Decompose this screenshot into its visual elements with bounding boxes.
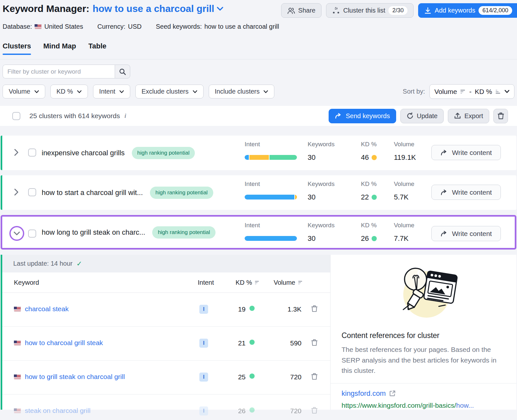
update-button[interactable]: Update: [400, 109, 444, 123]
send-arrow-icon: [440, 189, 448, 196]
filter-kd-dropdown[interactable]: KD %: [50, 85, 88, 98]
collapse-chevron-down-icon[interactable]: [9, 226, 24, 241]
filter-search-input[interactable]: [3, 65, 115, 78]
keywords-label: Keywords: [308, 180, 334, 188]
send-keywords-button[interactable]: Send keywords: [329, 109, 396, 123]
delete-list-button[interactable]: [493, 109, 508, 123]
us-flag-icon: [14, 374, 21, 379]
tab-table[interactable]: Table: [88, 42, 106, 55]
cluster-row-how-long-to-grill-steak-selected: how long to grill steak on charc... high…: [1, 215, 516, 250]
keyword-limit-badge: 614/2,000: [479, 6, 512, 15]
cluster-this-list-button[interactable]: Cluster this list 2/30: [326, 3, 414, 18]
filter-exclude-clusters-dropdown[interactable]: Exclude clusters: [135, 85, 204, 98]
kd-value: 26: [220, 407, 246, 415]
reference-domain-link[interactable]: kingsford.com: [342, 389, 507, 398]
reference-url[interactable]: https://www.kingsford.com/grill-basics/h…: [342, 402, 507, 409]
trash-icon: [311, 372, 318, 381]
seed-keywords-label: Seed keywords:: [156, 23, 202, 30]
search-icon: [119, 68, 126, 75]
cluster-checkbox[interactable]: [28, 188, 36, 196]
intent-column: Intent: [245, 180, 297, 200]
keyword-link[interactable]: steak on charcoal grill: [14, 407, 90, 415]
keyword-row: how to charcoal grill steak I 21 590: [2, 327, 330, 361]
currency-value: USD: [128, 23, 142, 30]
expanded-cluster-panel: Last update: 14 hour ✓ Keyword Intent KD…: [1, 255, 516, 410]
info-icon[interactable]: i: [124, 112, 126, 119]
write-content-button[interactable]: Write content: [431, 145, 501, 160]
cluster-checkbox[interactable]: [28, 230, 36, 238]
filter-include-clusters-dropdown[interactable]: Include clusters: [209, 85, 275, 98]
cluster-keywords-table: Last update: 14 hour ✓ Keyword Intent KD…: [2, 255, 330, 410]
header-kd[interactable]: KD %: [236, 279, 260, 286]
list-name-label: how to use a charcoal grill: [92, 3, 214, 14]
add-keywords-button[interactable]: Add keywords 614/2,000: [418, 3, 517, 18]
export-label: Export: [464, 112, 483, 120]
delete-keyword-button[interactable]: [311, 372, 318, 381]
header-volume[interactable]: Volume: [274, 279, 303, 286]
volume-column: Volume 119.1K: [394, 141, 416, 162]
intent-column: Intent: [245, 141, 297, 160]
filter-search: [3, 65, 130, 78]
kd-difficulty-dot: [372, 236, 377, 241]
keywords-count: 30: [308, 153, 334, 162]
sort-by-label: Sort by:: [403, 88, 425, 95]
cluster-this-list-label: Cluster this list: [343, 7, 385, 14]
cluster-name[interactable]: how long to grill steak on charc...: [42, 228, 145, 237]
currency-label: Currency:: [97, 23, 125, 30]
kd-column: KD % 26: [361, 222, 377, 243]
keyword-link[interactable]: charcoal steak: [14, 305, 69, 313]
send-arrow-icon: [440, 230, 448, 237]
tab-clusters[interactable]: Clusters: [3, 42, 31, 55]
volume-value: 119.1K: [394, 153, 416, 162]
references-description: The best references for your pages. Base…: [342, 344, 507, 376]
keywords-label: Keywords: [308, 222, 334, 229]
kd-column: KD % 22: [361, 180, 377, 201]
volume-value: 5.7K: [394, 193, 414, 201]
header-actions: Share Cluster this list 2/30 Add keyword…: [281, 3, 517, 18]
expand-chevron-right-icon[interactable]: [14, 188, 19, 196]
delete-keyword-button[interactable]: [311, 338, 318, 347]
kd-label: KD %: [361, 141, 377, 148]
check-icon: ✓: [76, 260, 82, 268]
cluster-name[interactable]: how to start a charcoal grill wit...: [42, 189, 143, 197]
filter-volume-dropdown[interactable]: Volume: [3, 85, 45, 98]
keyword-row: charcoal steak I 19 1.3K: [2, 293, 330, 327]
delete-keyword-button[interactable]: [311, 304, 318, 313]
content-references-panel: Content references for cluster The best …: [330, 255, 516, 410]
us-flag-icon: [35, 24, 42, 29]
filter-intent-dropdown[interactable]: Intent: [93, 85, 130, 98]
delete-keyword-button[interactable]: [311, 406, 318, 415]
tab-mind-map[interactable]: Mind Map: [43, 42, 76, 55]
keyword-text: charcoal steak: [25, 305, 69, 313]
volume-label: Volume: [394, 180, 414, 188]
download-icon: [424, 7, 431, 14]
currency-meta: Currency: USD: [97, 23, 142, 30]
keyword-link[interactable]: how to charcoal grill steak: [14, 339, 103, 347]
cluster-checkbox[interactable]: [28, 149, 36, 157]
select-all-checkbox[interactable]: [12, 112, 20, 120]
header-intent: Intent: [198, 279, 214, 286]
kd-value: 46: [361, 153, 369, 162]
keywords-column: Keywords 30: [308, 222, 334, 243]
share-button[interactable]: Share: [281, 3, 322, 18]
volume-label: Volume: [394, 141, 416, 148]
header-volume-label: Volume: [274, 279, 295, 286]
export-button[interactable]: Export: [448, 109, 489, 123]
sort-secondary-label: KD %: [475, 88, 492, 96]
volume-value: 720: [267, 373, 301, 381]
page-title-label: Keyword Manager:: [3, 3, 89, 14]
kd-value: 25: [220, 373, 246, 381]
cluster-name[interactable]: inexpensive charcoal grills: [42, 149, 125, 157]
expand-chevron-right-icon[interactable]: [14, 149, 19, 156]
share-label: Share: [298, 7, 315, 14]
write-content-button[interactable]: Write content: [431, 226, 501, 241]
update-label: Update: [417, 112, 438, 120]
filter-exclude-label: Exclude clusters: [142, 88, 189, 95]
keyword-text: steak on charcoal grill: [25, 407, 90, 415]
sort-by-select[interactable]: Volume - KD %: [429, 84, 514, 99]
list-name-dropdown[interactable]: how to use a charcoal grill: [92, 3, 223, 14]
keyword-link[interactable]: how to grill steak on charcoal grill: [14, 373, 125, 381]
write-content-button[interactable]: Write content: [431, 185, 501, 200]
search-button[interactable]: [115, 65, 130, 78]
chevron-down-icon: [217, 7, 223, 11]
